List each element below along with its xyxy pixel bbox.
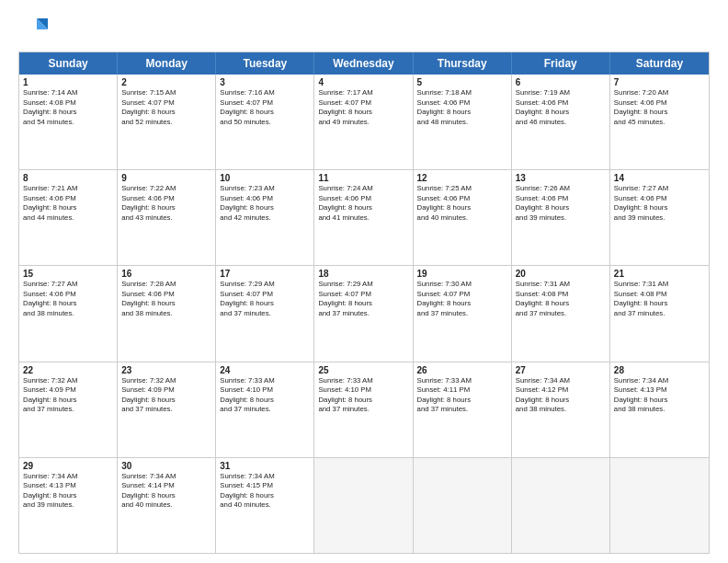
cell-info-line: Sunrise: 7:25 AM	[417, 184, 507, 194]
cell-info-line: Daylight: 8 hours	[121, 396, 211, 406]
day-number: 30	[121, 461, 211, 471]
cell-info-line: Sunset: 4:10 PM	[318, 385, 408, 396]
table-row: 17Sunrise: 7:29 AMSunset: 4:07 PMDayligh…	[216, 266, 314, 361]
cell-info-line: Sunset: 4:06 PM	[23, 290, 113, 300]
header-day-saturday: Saturday	[610, 52, 709, 75]
table-row: 24Sunrise: 7:33 AMSunset: 4:10 PMDayligh…	[216, 362, 314, 457]
cell-info-line: Daylight: 8 hours	[417, 203, 507, 213]
day-number: 10	[220, 173, 310, 183]
cell-info-line: and 38 minutes.	[23, 309, 113, 319]
table-row: 3Sunrise: 7:16 AMSunset: 4:07 PMDaylight…	[216, 75, 314, 169]
cell-info-line: Daylight: 8 hours	[318, 108, 408, 118]
header-day-friday: Friday	[512, 52, 610, 75]
calendar-row-3: 15Sunrise: 7:27 AMSunset: 4:06 PMDayligh…	[19, 265, 709, 361]
cell-info-line: Sunset: 4:06 PM	[516, 98, 606, 109]
cell-info-line: Sunset: 4:06 PM	[318, 194, 408, 204]
table-row: 25Sunrise: 7:33 AMSunset: 4:10 PMDayligh…	[314, 362, 413, 457]
table-row: 20Sunrise: 7:31 AMSunset: 4:08 PMDayligh…	[512, 266, 610, 361]
cell-info-line: Daylight: 8 hours	[614, 396, 705, 406]
cell-info-line: and 39 minutes.	[614, 213, 705, 224]
cell-info-line: and 40 minutes.	[417, 213, 507, 224]
cell-info-line: Daylight: 8 hours	[23, 203, 113, 213]
table-row: 30Sunrise: 7:34 AMSunset: 4:14 PMDayligh…	[118, 458, 216, 553]
day-number: 13	[516, 173, 606, 183]
table-row: 6Sunrise: 7:19 AMSunset: 4:06 PMDaylight…	[512, 75, 610, 169]
cell-info-line: Sunset: 4:15 PM	[220, 481, 310, 491]
cell-info-line: Daylight: 8 hours	[220, 203, 310, 213]
cell-info-line: Daylight: 8 hours	[121, 491, 211, 501]
calendar-row-4: 22Sunrise: 7:32 AMSunset: 4:09 PMDayligh…	[19, 362, 709, 457]
calendar-row-2: 8Sunrise: 7:21 AMSunset: 4:06 PMDaylight…	[19, 169, 709, 265]
cell-info-line: Daylight: 8 hours	[516, 299, 606, 309]
cell-info-line: Sunset: 4:06 PM	[614, 194, 705, 204]
day-number: 12	[417, 173, 507, 183]
day-number: 15	[23, 269, 113, 279]
cell-info-line: and 37 minutes.	[23, 405, 113, 415]
day-number: 20	[516, 269, 606, 279]
calendar-row-1: 1Sunrise: 7:14 AMSunset: 4:08 PMDaylight…	[19, 75, 709, 169]
cell-info-line: and 50 minutes.	[220, 118, 310, 128]
cell-info-line: Daylight: 8 hours	[318, 396, 408, 406]
cell-info-line: Daylight: 8 hours	[220, 299, 310, 309]
calendar-page: SundayMondayTuesdayWednesdayThursdayFrid…	[0, 0, 728, 563]
cell-info-line: Daylight: 8 hours	[23, 396, 113, 406]
cell-info-line: Sunrise: 7:32 AM	[121, 376, 211, 386]
cell-info-line: Sunrise: 7:23 AM	[220, 184, 310, 194]
day-number: 14	[614, 173, 705, 183]
cell-info-line: and 37 minutes.	[614, 309, 705, 319]
day-number: 31	[220, 461, 310, 471]
cell-info-line: and 43 minutes.	[121, 213, 211, 224]
cell-info-line: and 45 minutes.	[614, 118, 705, 128]
cell-info-line: and 37 minutes.	[220, 309, 310, 319]
cell-info-line: Daylight: 8 hours	[318, 203, 408, 213]
day-number: 18	[318, 269, 408, 279]
cell-info-line: Sunrise: 7:29 AM	[318, 280, 408, 290]
calendar-body: 1Sunrise: 7:14 AMSunset: 4:08 PMDaylight…	[19, 75, 709, 553]
day-number: 29	[23, 461, 113, 471]
cell-info-line: Sunset: 4:08 PM	[23, 98, 113, 109]
cell-info-line: Sunset: 4:06 PM	[220, 194, 310, 204]
day-number: 11	[318, 173, 408, 183]
calendar-row-5: 29Sunrise: 7:34 AMSunset: 4:13 PMDayligh…	[19, 457, 709, 553]
cell-info-line: Sunset: 4:13 PM	[23, 481, 113, 491]
cell-info-line: and 40 minutes.	[220, 500, 310, 511]
day-number: 27	[516, 365, 606, 375]
cell-info-line: Sunrise: 7:17 AM	[318, 88, 408, 98]
cell-info-line: Sunrise: 7:32 AM	[23, 376, 113, 386]
table-row: 23Sunrise: 7:32 AMSunset: 4:09 PMDayligh…	[118, 362, 216, 457]
cell-info-line: Sunrise: 7:34 AM	[614, 376, 705, 386]
cell-info-line: and 37 minutes.	[318, 309, 408, 319]
day-number: 7	[614, 77, 705, 87]
cell-info-line: and 41 minutes.	[318, 213, 408, 224]
day-number: 25	[318, 365, 408, 375]
cell-info-line: Sunset: 4:06 PM	[121, 290, 211, 300]
day-number: 16	[121, 269, 211, 279]
table-row: 31Sunrise: 7:34 AMSunset: 4:15 PMDayligh…	[216, 458, 314, 553]
cell-info-line: Sunrise: 7:31 AM	[614, 280, 705, 290]
table-row: 1Sunrise: 7:14 AMSunset: 4:08 PMDaylight…	[19, 75, 118, 169]
logo	[18, 15, 51, 44]
cell-info-line: Daylight: 8 hours	[516, 396, 606, 406]
header-day-tuesday: Tuesday	[216, 52, 314, 75]
cell-info-line: Daylight: 8 hours	[516, 108, 606, 118]
cell-info-line: and 37 minutes.	[121, 405, 211, 415]
cell-info-line: Sunrise: 7:34 AM	[516, 376, 606, 386]
calendar: SundayMondayTuesdayWednesdayThursdayFrid…	[18, 52, 710, 554]
day-number: 6	[516, 77, 606, 87]
cell-info-line: Sunrise: 7:33 AM	[417, 376, 507, 386]
cell-info-line: Sunrise: 7:14 AM	[23, 88, 113, 98]
cell-info-line: Sunrise: 7:15 AM	[121, 88, 211, 98]
cell-info-line: Sunset: 4:12 PM	[516, 385, 606, 396]
cell-info-line: Sunset: 4:11 PM	[417, 385, 507, 396]
cell-info-line: Daylight: 8 hours	[220, 396, 310, 406]
table-row: 16Sunrise: 7:28 AMSunset: 4:06 PMDayligh…	[118, 266, 216, 361]
cell-info-line: Sunset: 4:06 PM	[121, 194, 211, 204]
cell-info-line: and 37 minutes.	[516, 309, 606, 319]
cell-info-line: Sunrise: 7:34 AM	[23, 472, 113, 482]
cell-info-line: Daylight: 8 hours	[121, 299, 211, 309]
cell-info-line: Sunset: 4:14 PM	[121, 481, 211, 491]
cell-info-line: Sunrise: 7:30 AM	[417, 280, 507, 290]
day-number: 28	[614, 365, 705, 375]
table-row	[414, 458, 512, 553]
cell-info-line: and 39 minutes.	[23, 500, 113, 511]
